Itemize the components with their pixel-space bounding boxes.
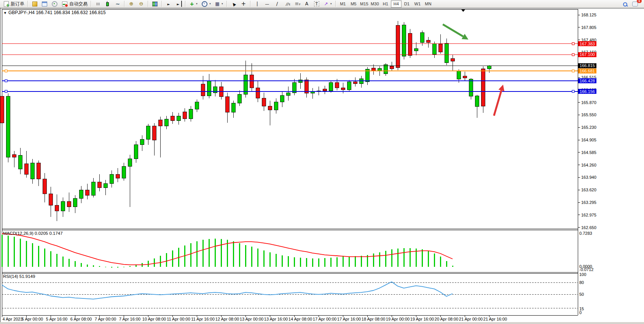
support-line-166156[interactable]: 166.156 <box>2 89 596 94</box>
vertical-line-button[interactable] <box>253 0 262 8</box>
fibonacci-button[interactable] <box>292 0 301 8</box>
timeframe-m5-button[interactable]: M5 <box>348 0 359 8</box>
bid-price-line[interactable]: 166.815 <box>2 63 596 68</box>
macd-panel[interactable]: 0.72830.0000-0.0712 <box>2 231 594 272</box>
notifications-button[interactable]: 1 <box>630 0 640 8</box>
svg-text:14 Apr 08:00: 14 Apr 08:00 <box>289 317 312 321</box>
periods-button[interactable]: ▼ <box>200 0 212 8</box>
tile-windows-button[interactable] <box>150 0 159 8</box>
arrows-button[interactable]: ▼ <box>322 0 333 8</box>
indicators-button[interactable]: ▼ <box>188 0 199 8</box>
chevron-down-icon[interactable]: ▼ <box>196 3 198 5</box>
zoom-out-icon <box>138 1 144 7</box>
toolbar-separator <box>27 1 28 7</box>
candle-icon <box>105 1 111 7</box>
svg-text:5 Apr 16:00: 5 Apr 16:00 <box>46 317 67 321</box>
svg-text:0.7283: 0.7283 <box>579 231 592 236</box>
autotrading-button-label: 自动交易 <box>69 1 88 7</box>
line-handle[interactable] <box>5 80 7 82</box>
timeframe-d1-button[interactable]: D1 <box>402 0 412 8</box>
svg-text:167.383: 167.383 <box>580 42 595 46</box>
svg-text:165.550: 165.550 <box>581 112 596 117</box>
cursor-icon <box>231 1 237 7</box>
chart-canvas[interactable]: 168.125167.805167.480167.160166.840166.5… <box>0 0 644 324</box>
toolbar-separator <box>148 1 148 7</box>
svg-text:17 Apr 00:00: 17 Apr 00:00 <box>313 317 336 321</box>
svg-text:80: 80 <box>579 280 584 285</box>
svg-text:100: 100 <box>579 272 586 277</box>
toolbar-separator <box>226 1 227 7</box>
rsi-indicator-label: RSI(14) 51.9149 <box>3 274 35 279</box>
line-handle[interactable] <box>572 43 574 45</box>
svg-text:19 Apr 00:00: 19 Apr 00:00 <box>386 317 410 321</box>
chevron-down-icon[interactable]: ▼ <box>209 3 211 5</box>
timeframe-m15-button[interactable]: M15 <box>359 0 370 8</box>
timeframe-w1-button[interactable]: W1 <box>412 0 423 8</box>
svg-text:18 Apr 08:00: 18 Apr 08:00 <box>362 317 385 321</box>
cursor-button[interactable] <box>229 0 238 8</box>
text-button[interactable] <box>302 0 311 8</box>
svg-text:167.805: 167.805 <box>581 25 596 30</box>
search-icon <box>623 2 627 6</box>
bar-chart-button[interactable] <box>93 0 102 8</box>
data-window-button[interactable] <box>40 0 49 8</box>
line-chart-button[interactable] <box>113 0 122 8</box>
resistance-line-167383[interactable]: 167.383 <box>2 41 596 46</box>
toolbar-separator <box>161 1 162 7</box>
line-handle[interactable] <box>5 70 7 72</box>
line-handle[interactable] <box>572 70 574 72</box>
main-toolbar: 新订单自动交易▼▼▼▼M1M5M15M30H1H4D1W1MN1 <box>0 0 644 8</box>
svg-text:11 Apr 00:00: 11 Apr 00:00 <box>167 317 190 321</box>
timeframe-h1-button[interactable]: H1 <box>380 0 391 8</box>
market-watch-button[interactable] <box>30 0 39 8</box>
mt4-window: { "toolbar": { "groups": [ {"items":[{"n… <box>0 0 644 324</box>
candlestick-chart-button[interactable] <box>103 0 112 8</box>
zoom-in-button[interactable] <box>127 0 136 8</box>
resistance-line-167100[interactable]: 167.100 <box>2 52 596 57</box>
timeframe-m1-button[interactable]: M1 <box>338 0 348 8</box>
timeframe-mn-button[interactable]: MN <box>423 0 434 8</box>
horizontal-line-button[interactable] <box>263 0 272 8</box>
svg-text:-0.0712: -0.0712 <box>579 267 593 272</box>
macd-indicator-label: MACD(12,26,9) 0.0205 0.1747 <box>3 231 63 236</box>
svg-text:164.585: 164.585 <box>581 150 596 155</box>
time-marker-icon <box>461 10 465 12</box>
time-axis[interactable]: 4 Apr 20235 Apr 00:005 Apr 16:006 Apr 08… <box>2 316 507 322</box>
crosshair-icon <box>241 1 247 7</box>
channel-button[interactable] <box>282 0 292 8</box>
svg-text:7 Apr 16:00: 7 Apr 16:00 <box>119 317 140 321</box>
line-handle[interactable] <box>572 53 574 56</box>
chart-title-text: GBPJPY-,H4 166.741 166.834 166.632 166.8… <box>8 10 106 15</box>
new-order-button[interactable]: 新订单 <box>2 0 26 8</box>
navigator-button[interactable] <box>50 0 59 8</box>
rsi-panel[interactable]: 1008050150 <box>2 272 586 315</box>
timeframe-m30-button[interactable]: M30 <box>370 0 380 8</box>
svg-text:21 Apr 16:00: 21 Apr 16:00 <box>483 317 507 321</box>
chevron-down-icon[interactable]: ▼ <box>221 3 223 5</box>
svg-text:20 Apr 08:00: 20 Apr 08:00 <box>435 317 458 321</box>
candlestick-series <box>0 21 491 221</box>
chart-dot-red-icon <box>62 2 67 6</box>
text-label-button[interactable] <box>312 0 321 8</box>
chart-window-title: ▼GBPJPY-,H4 166.741 166.834 166.632 166.… <box>3 10 106 15</box>
templates-button[interactable]: ▼ <box>213 0 225 8</box>
chevron-down-icon[interactable]: ▼ <box>330 3 332 5</box>
crosshair-button[interactable] <box>239 0 248 8</box>
timeframe-h4-button[interactable]: H4 <box>391 0 402 8</box>
toolbar-separator <box>335 1 336 7</box>
trendline-button[interactable] <box>273 0 282 8</box>
red-arrow-annotation[interactable] <box>494 85 504 116</box>
line-icon <box>115 1 121 7</box>
auto-scroll-button[interactable] <box>164 0 173 8</box>
green-arrow-annotation[interactable] <box>443 24 468 40</box>
svg-text:7 Apr 00:00: 7 Apr 00:00 <box>95 317 116 321</box>
line-handle[interactable] <box>5 90 7 93</box>
search-button[interactable] <box>620 0 630 8</box>
svg-text:165.870: 165.870 <box>581 100 596 105</box>
line-handle[interactable] <box>572 90 574 93</box>
support-line-166681[interactable]: 166.681 <box>2 69 596 74</box>
chart-shift-button[interactable] <box>174 0 183 8</box>
autotrading-button[interactable]: 自动交易 <box>60 0 89 8</box>
zoom-out-button[interactable] <box>137 0 146 8</box>
symbol-dropdown-icon[interactable]: ▼ <box>3 11 7 15</box>
